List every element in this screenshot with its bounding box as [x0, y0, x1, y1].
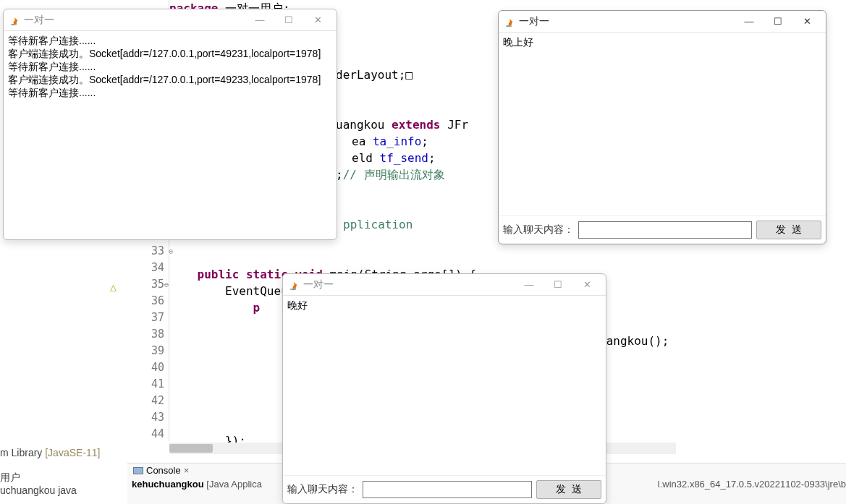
chat-input[interactable]: [578, 221, 752, 239]
line-number: 38: [127, 326, 164, 343]
client-window-1[interactable]: 一对一 — ☐ ✕ 晚上好 输入聊天内容： 发送: [498, 10, 826, 244]
project-tree-fragment: m Library [JavaSE-11] 用户 uchuangkou java: [0, 447, 101, 496]
maximize-button[interactable]: ☐: [274, 12, 303, 29]
window-title: 一对一: [24, 14, 54, 27]
chat-log: 晚上好: [499, 33, 826, 215]
send-button[interactable]: 发送: [536, 480, 601, 499]
send-button[interactable]: 发送: [756, 221, 821, 239]
line-number: 44: [127, 426, 164, 443]
minimize-button[interactable]: —: [515, 276, 543, 294]
java-icon: [503, 16, 515, 27]
minimize-button[interactable]: —: [735, 13, 763, 30]
maximize-button[interactable]: ☐: [763, 13, 792, 30]
line-number: 36: [127, 293, 164, 309]
line-number: 37: [127, 309, 164, 326]
line-number: 35⊖△: [127, 276, 164, 293]
scrollbar-thumb[interactable]: [169, 444, 213, 453]
server-log: 等待新客户连接...... 客户端连接成功。Socket[addr=/127.0…: [4, 31, 337, 239]
console-tab-label: Console: [146, 465, 181, 476]
input-row: 输入聊天内容： 发送: [499, 215, 826, 244]
line-number: 43: [127, 409, 164, 426]
input-row: 输入聊天内容： 发送: [283, 475, 606, 503]
minimize-button[interactable]: —: [245, 12, 274, 29]
chat-input[interactable]: [363, 481, 532, 498]
line-number: 40: [127, 359, 164, 376]
chat-log: 晚好: [283, 296, 606, 475]
close-button[interactable]: ✕: [572, 276, 601, 294]
server-window[interactable]: 一对一 — ☐ ✕ 等待新客户连接...... 客户端连接成功。Socket[a…: [3, 9, 337, 240]
close-icon[interactable]: ×: [184, 465, 190, 476]
line-number: 39: [127, 343, 164, 359]
java-icon: [287, 279, 299, 291]
input-label: 输入聊天内容：: [503, 223, 574, 236]
console-tab[interactable]: Console ×: [127, 464, 195, 477]
maximize-button[interactable]: ☐: [543, 276, 572, 294]
java-icon: [8, 14, 20, 26]
console-icon: [133, 467, 143, 474]
window-titlebar[interactable]: 一对一 — ☐ ✕: [283, 274, 606, 296]
close-button[interactable]: ✕: [792, 13, 821, 30]
window-title: 一对一: [303, 278, 334, 291]
window-title: 一对一: [519, 15, 549, 28]
window-titlebar[interactable]: 一对一 — ☐ ✕: [4, 9, 337, 31]
line-number: 41: [127, 376, 164, 393]
line-number: 33⊖: [127, 243, 164, 260]
line-number: 34: [127, 260, 164, 276]
input-label: 输入聊天内容：: [287, 483, 358, 496]
window-titlebar[interactable]: 一对一 — ☐ ✕: [499, 11, 826, 33]
line-number: 42: [127, 393, 164, 409]
client-window-2[interactable]: 一对一 — ☐ ✕ 晚好 输入聊天内容： 发送: [282, 273, 606, 504]
close-button[interactable]: ✕: [303, 12, 332, 29]
